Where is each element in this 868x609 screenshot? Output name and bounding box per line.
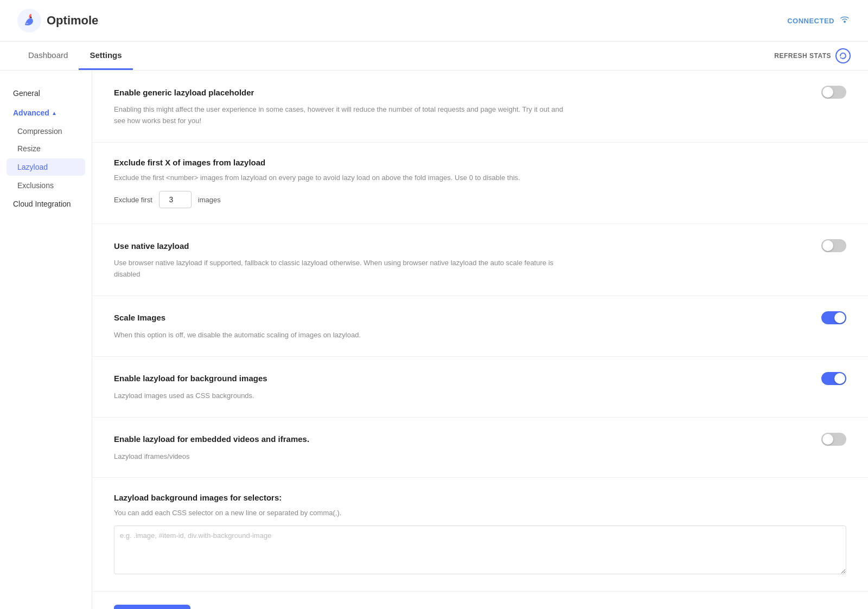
settings-content: Enable generic lazyload placeholder Enab… xyxy=(92,70,868,609)
sidebar-sub-lazyload[interactable]: Lazyload xyxy=(7,158,85,176)
setting-title-selectors: Lazyload background images for selectors… xyxy=(114,493,282,502)
setting-header-generic-lazyload: Enable generic lazyload placeholder xyxy=(114,86,846,99)
svg-point-2 xyxy=(844,21,846,23)
connected-badge: CONNECTED xyxy=(787,14,851,28)
setting-desc-native-lazyload: Use browser native lazyload if supported… xyxy=(114,258,575,280)
main-layout: General Advanced ▲ Compression Resize La… xyxy=(0,70,868,609)
sidebar-sub-resize[interactable]: Resize xyxy=(0,140,92,157)
toggle-lazyload-videos[interactable] xyxy=(821,433,846,446)
setting-title-scale-images: Scale Images xyxy=(114,313,165,322)
setting-lazyload-videos: Enable lazyload for embedded videos and … xyxy=(92,418,868,478)
logo-icon xyxy=(17,9,41,33)
chevron-up-icon: ▲ xyxy=(52,110,57,116)
setting-header-exclude-x: Exclude first X of images from lazyload xyxy=(114,158,846,167)
tab-settings[interactable]: Settings xyxy=(79,42,132,70)
toggle-scale-images[interactable] xyxy=(821,311,846,324)
setting-title-exclude-x: Exclude first X of images from lazyload xyxy=(114,158,265,167)
tabs-container: Dashboard Settings xyxy=(17,42,133,70)
exclude-number-input[interactable] xyxy=(159,191,192,208)
setting-title-native-lazyload: Use native lazyload xyxy=(114,241,189,251)
setting-title-lazyload-videos: Enable lazyload for embedded videos and … xyxy=(114,434,309,444)
sidebar: General Advanced ▲ Compression Resize La… xyxy=(0,70,92,609)
setting-desc-selectors: You can add each CSS selector on a new l… xyxy=(114,508,575,519)
toggle-knob xyxy=(834,312,845,323)
setting-generic-lazyload: Enable generic lazyload placeholder Enab… xyxy=(92,70,868,143)
sidebar-item-advanced[interactable]: Advanced ▲ xyxy=(0,103,92,123)
setting-header-selectors: Lazyload background images for selectors… xyxy=(114,493,846,502)
setting-desc-scale-images: When this option is off, we disable the … xyxy=(114,330,575,341)
setting-exclude-first-x: Exclude first X of images from lazyload … xyxy=(92,143,868,225)
toggle-generic-lazyload[interactable] xyxy=(821,86,846,99)
setting-desc-lazyload-videos: Lazyload iframes/videos xyxy=(114,451,575,463)
setting-title-lazyload-bg: Enable lazyload for background images xyxy=(114,374,267,383)
toggle-knob xyxy=(822,434,833,445)
logo-text: Optimole xyxy=(47,14,98,28)
exclude-input-row: Exclude first images xyxy=(114,191,846,208)
sidebar-item-cloud-integration[interactable]: Cloud Integration xyxy=(0,194,92,214)
setting-lazyload-selectors: Lazyload background images for selectors… xyxy=(92,478,868,592)
toggle-lazyload-background[interactable] xyxy=(821,372,846,385)
setting-desc-exclude-x: Exclude the first <number> images from l… xyxy=(114,172,575,184)
toggle-knob xyxy=(822,87,833,98)
svg-point-1 xyxy=(30,17,32,18)
save-button[interactable]: Save changes xyxy=(114,605,190,609)
logo-area: Optimole xyxy=(17,9,98,33)
toggle-knob xyxy=(822,240,833,251)
wifi-icon xyxy=(839,14,851,28)
save-section: Save changes xyxy=(92,592,868,609)
refresh-icon[interactable] xyxy=(835,48,851,63)
setting-lazyload-background: Enable lazyload for background images La… xyxy=(92,357,868,418)
sidebar-sub-compression[interactable]: Compression xyxy=(0,123,92,140)
app-header: Optimole CONNECTED xyxy=(0,0,868,42)
sidebar-sub-exclusions[interactable]: Exclusions xyxy=(0,177,92,194)
setting-desc-lazyload-bg: Lazyload images used as CSS backgrounds. xyxy=(114,390,575,402)
refresh-area[interactable]: REFRESH STATS xyxy=(774,48,851,63)
tab-dashboard[interactable]: Dashboard xyxy=(17,42,79,70)
refresh-label: REFRESH STATS xyxy=(774,52,831,60)
setting-native-lazyload: Use native lazyload Use browser native l… xyxy=(92,224,868,296)
setting-title-generic-lazyload: Enable generic lazyload placeholder xyxy=(114,88,254,97)
sidebar-item-general[interactable]: General xyxy=(0,84,92,103)
connected-label: CONNECTED xyxy=(787,17,834,25)
toggle-native-lazyload[interactable] xyxy=(821,239,846,252)
nav-tabs: Dashboard Settings REFRESH STATS xyxy=(0,42,868,70)
setting-scale-images: Scale Images When this option is off, we… xyxy=(92,296,868,357)
exclude-input-prefix: Exclude first xyxy=(114,196,152,204)
toggle-knob xyxy=(834,373,845,384)
setting-header-lazyload-bg: Enable lazyload for background images xyxy=(114,372,846,385)
setting-header-native-lazyload: Use native lazyload xyxy=(114,239,846,252)
setting-header-scale-images: Scale Images xyxy=(114,311,846,324)
exclude-input-suffix: images xyxy=(198,196,221,204)
setting-header-lazyload-videos: Enable lazyload for embedded videos and … xyxy=(114,433,846,446)
setting-desc-generic-lazyload: Enabling this might affect the user expe… xyxy=(114,104,575,127)
selectors-textarea[interactable] xyxy=(114,525,846,574)
